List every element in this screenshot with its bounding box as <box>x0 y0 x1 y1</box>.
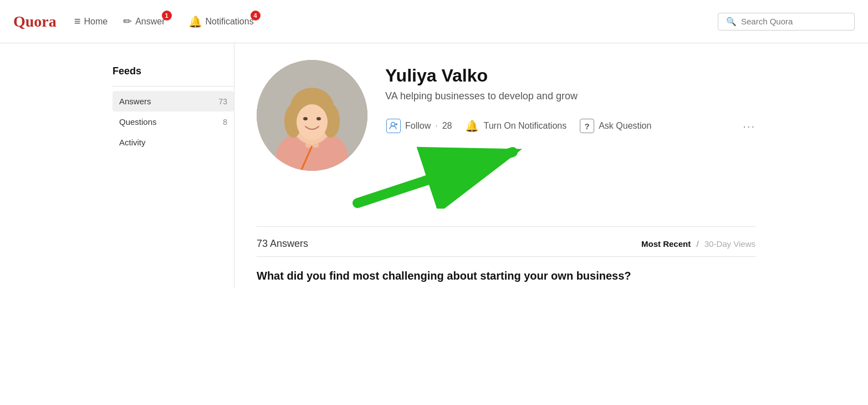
sort-inactive[interactable]: 30-Day Views <box>704 239 755 249</box>
green-arrow-svg <box>341 142 563 209</box>
follow-count: 28 <box>442 121 452 131</box>
answer-icon: ✏ <box>123 15 132 28</box>
svg-point-10 <box>303 117 308 120</box>
search-box: 🔍 <box>718 13 855 31</box>
sidebar-item-questions[interactable]: Questions 8 <box>113 112 234 132</box>
sidebar-answers-label: Answers <box>119 97 151 106</box>
header: Quora ≡ Home ✏ Answer 1 🔔 Notifications … <box>0 0 868 43</box>
answers-count: 73 Answers <box>257 238 308 250</box>
search-icon: 🔍 <box>726 17 737 27</box>
sidebar-item-answers[interactable]: Answers 73 <box>113 91 234 112</box>
nav-answer-label: Answer <box>135 17 165 27</box>
follow-separator: · <box>435 121 437 131</box>
search-input[interactable] <box>741 17 846 26</box>
notifications-badge: 4 <box>251 11 261 21</box>
sidebar: Feeds Answers 73 Questions 8 Activity <box>113 43 234 288</box>
sidebar-activity-label: Activity <box>119 138 146 147</box>
nav-answer[interactable]: ✏ Answer 1 <box>123 15 165 28</box>
logo[interactable]: Quora <box>13 13 57 31</box>
ask-icon: ? <box>580 119 594 133</box>
svg-point-9 <box>297 104 328 140</box>
ask-question-button[interactable]: ? Ask Question <box>579 115 652 136</box>
nav-notifications-label: Notifications <box>206 17 254 27</box>
answers-sort: Most Recent / 30-Day Views <box>641 239 755 249</box>
answers-header: 73 Answers Most Recent / 30-Day Views <box>257 227 755 257</box>
more-button[interactable]: ··· <box>743 120 755 133</box>
green-arrow-annotation <box>385 142 755 209</box>
sidebar-divider <box>113 86 234 87</box>
question-title: What did you find most challenging about… <box>257 257 755 288</box>
svg-point-11 <box>316 117 321 120</box>
sidebar-answers-count: 73 <box>218 97 227 106</box>
sort-active[interactable]: Most Recent <box>641 239 691 249</box>
nav-home[interactable]: ≡ Home <box>74 15 108 28</box>
main-layout: Feeds Answers 73 Questions 8 Activity <box>101 43 767 288</box>
follow-button[interactable]: Follow · 28 <box>385 115 453 136</box>
nav-notifications[interactable]: 🔔 Notifications 4 <box>188 15 254 28</box>
answer-badge: 1 <box>162 11 172 21</box>
notifications-button[interactable]: 🔔 Turn On Notifications <box>464 116 568 136</box>
content: Yuliya Valko VA helping businesses to de… <box>257 43 755 288</box>
answers-section: 73 Answers Most Recent / 30-Day Views Wh… <box>257 227 755 288</box>
nav-home-label: Home <box>84 17 108 27</box>
sidebar-item-activity[interactable]: Activity <box>113 132 234 153</box>
sidebar-questions-count: 8 <box>223 118 227 126</box>
profile-section: Yuliya Valko VA helping businesses to de… <box>257 60 755 227</box>
profile-name: Yuliya Valko <box>385 65 755 86</box>
notifications-label: Turn On Notifications <box>483 121 566 131</box>
nav: ≡ Home ✏ Answer 1 🔔 Notifications 4 <box>74 15 262 28</box>
home-icon: ≡ <box>74 15 81 28</box>
sidebar-questions-label: Questions <box>119 117 157 126</box>
profile-actions: Follow · 28 🔔 Turn On Notifications ? <box>385 115 755 136</box>
profile-info: Yuliya Valko VA helping businesses to de… <box>385 60 755 209</box>
more-dots-icon: ··· <box>743 120 755 132</box>
follow-label: Follow <box>405 121 431 131</box>
follow-icon <box>386 119 401 133</box>
sidebar-title: Feeds <box>113 65 234 77</box>
profile-bio: VA helping businesses to develop and gro… <box>385 90 755 102</box>
svg-line-17 <box>358 152 513 203</box>
bell-outline-icon: 🔔 <box>465 119 479 133</box>
sort-separator: / <box>696 239 698 249</box>
ask-label: Ask Question <box>599 121 651 131</box>
bell-icon: 🔔 <box>188 15 202 28</box>
question-mark-icon: ? <box>585 122 590 131</box>
